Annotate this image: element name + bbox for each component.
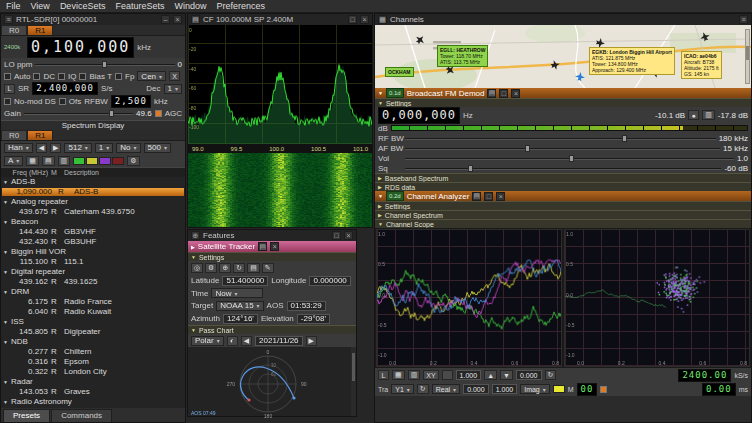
- scope-xy-display[interactable]: 1.00.50.0-0.5-1.0 0.00.20.40.60.8: [564, 229, 750, 367]
- close-icon[interactable]: ×: [173, 15, 182, 24]
- preset-row[interactable]: 432.430RGB3UHF: [1, 237, 185, 247]
- close-icon[interactable]: ×: [511, 89, 520, 98]
- menu-item-devicesets[interactable]: DeviceSets: [60, 1, 106, 11]
- rfbw-slider[interactable]: [405, 134, 716, 143]
- preset-group-row[interactable]: ▼Radar: [1, 377, 185, 387]
- lock-button[interactable]: L: [4, 84, 15, 94]
- preset-group-row[interactable]: ▼NDB: [1, 337, 185, 347]
- waterfall-plot[interactable]: [188, 153, 372, 227]
- tab-r0[interactable]: R0: [1, 25, 27, 35]
- rollup-arrow-icon[interactable]: ▶: [191, 244, 195, 250]
- vor-label-ockham[interactable]: OCKHAM: [385, 67, 414, 77]
- channels-menu-icon[interactable]: ≡: [739, 15, 748, 24]
- preset-row[interactable]: 6.040RRadio Kuwait: [1, 307, 185, 317]
- grid-icon[interactable]: ▦: [26, 156, 39, 166]
- audio-mute-icon[interactable]: ●: [688, 110, 699, 120]
- spectrum-settings-icon[interactable]: ⚙: [127, 156, 139, 166]
- xy-mode-button[interactable]: XY: [423, 370, 438, 380]
- baseband-spectrum-header[interactable]: ▶Baseband Spectrum: [375, 173, 751, 182]
- map-zoom-slider[interactable]: [745, 29, 750, 84]
- spectrum-tab-r1[interactable]: R1: [27, 130, 53, 140]
- tab-commands[interactable]: Commands: [51, 409, 112, 422]
- refresh-rate-select[interactable]: 500▾: [144, 143, 171, 153]
- preset-group-row[interactable]: ▼ISS: [1, 317, 185, 327]
- preset-group-row[interactable]: ▼Radio Astronomy: [1, 397, 185, 407]
- offset-field[interactable]: 1.000: [492, 384, 518, 394]
- preset-group-row[interactable]: ▼Digital repeater: [1, 267, 185, 277]
- maximize-icon[interactable]: □: [484, 192, 493, 201]
- preset-row[interactable]: 439.675RCaterham 439.6750: [1, 207, 185, 217]
- time-div-field[interactable]: 1.000: [456, 370, 482, 380]
- channel-frequency-display[interactable]: 0,000,000: [378, 107, 460, 124]
- preset-row[interactable]: 0.322RLondon City: [1, 367, 185, 377]
- trace-color-swatch[interactable]: [553, 385, 565, 393]
- fp-checkbox[interactable]: [115, 73, 122, 80]
- autotrack-icon[interactable]: ◎: [191, 263, 203, 273]
- refresh-icon[interactable]: ↻: [417, 384, 429, 394]
- dec-select[interactable]: 1▾: [164, 84, 182, 94]
- fft-left-button[interactable]: ◀: [36, 143, 47, 153]
- transverter-button[interactable]: X: [169, 71, 180, 81]
- scope-trace-display[interactable]: 1.00.50.0-0.5-1.0 0.00.20.40.60.8: [376, 229, 562, 367]
- color-swatch[interactable]: [73, 157, 85, 165]
- features-scrollbar[interactable]: [351, 347, 356, 416]
- averaging-select[interactable]: 1▾: [95, 143, 113, 153]
- lo-ppm-slider[interactable]: [35, 60, 174, 69]
- close-icon[interactable]: ×: [270, 242, 279, 251]
- fft-right-button[interactable]: ▶: [50, 143, 61, 153]
- pass-chart-header[interactable]: ▼Pass Chart: [188, 325, 356, 334]
- channel-scope-header[interactable]: ▼Channel Scope: [375, 219, 751, 228]
- nomod-checkbox[interactable]: [4, 98, 11, 105]
- snap-icon[interactable]: ▥: [702, 110, 715, 120]
- preset-row[interactable]: 115.100R115.1: [1, 257, 185, 267]
- detach-icon[interactable]: ▤: [487, 89, 496, 98]
- spectrum-tab-r0[interactable]: R0: [1, 130, 27, 140]
- adsb-map[interactable]: EGLL: HEATHROW Tower: 118.70 MHzATIS: 11…: [375, 25, 751, 88]
- preset-row[interactable]: 0.316REpsom: [1, 357, 185, 367]
- airport-info-egkb[interactable]: EGKB: London Biggin Hill Airport ATIS: 1…: [589, 47, 675, 75]
- add-satellite-icon[interactable]: ⊕: [219, 263, 231, 273]
- fft-size-select[interactable]: 512▾: [64, 143, 91, 153]
- dark-mode-icon[interactable]: ◐: [227, 336, 238, 346]
- analyzer-settings-header[interactable]: ▶Settings: [375, 201, 751, 210]
- menu-item-view[interactable]: View: [31, 1, 50, 11]
- color-swatch[interactable]: [112, 157, 124, 165]
- amp-field[interactable]: 0.000: [463, 384, 489, 394]
- polar-mode-icon[interactable]: [442, 370, 453, 380]
- satellite-list-icon[interactable]: ▤: [247, 263, 260, 273]
- center-frequency-display[interactable]: 0,100,000: [27, 37, 134, 58]
- preset-row[interactable]: 144.430RGB3VHF: [1, 227, 185, 237]
- waterfall-icon[interactable]: ▥: [58, 156, 71, 166]
- panes-icon[interactable]: ▥: [408, 370, 421, 380]
- preset-row[interactable]: 6.175RRadio France: [1, 297, 185, 307]
- settings-icon[interactable]: ⚙: [205, 263, 217, 273]
- avg-mode-select[interactable]: No▾: [116, 143, 140, 153]
- preset-group-row[interactable]: ▼Biggin Hill VOR: [1, 247, 185, 257]
- sq-slider[interactable]: [405, 164, 721, 173]
- trace-select[interactable]: Y1▾: [391, 384, 414, 394]
- detach-icon[interactable]: ▤: [472, 192, 481, 201]
- window-fn-select[interactable]: Han▾: [4, 143, 33, 153]
- maximize-icon[interactable]: □: [332, 231, 341, 240]
- close-icon[interactable]: ×: [496, 192, 505, 201]
- down-icon[interactable]: ▼: [500, 370, 513, 380]
- longitude-field[interactable]: 0.000000: [309, 276, 350, 286]
- afbw-slider[interactable]: [405, 144, 720, 153]
- grid-icon[interactable]: ▦: [392, 370, 405, 380]
- preset-row[interactable]: 143.053RGraves: [1, 387, 185, 397]
- menu-item-featuresets[interactable]: FeatureSets: [115, 1, 164, 11]
- time-select[interactable]: Now▾: [211, 288, 263, 298]
- menu-item-window[interactable]: Window: [174, 1, 206, 11]
- preset-row[interactable]: 145.805RDigipeater: [1, 327, 185, 337]
- features-window-icon[interactable]: ⊕: [191, 231, 200, 240]
- biast-checkbox[interactable]: [79, 73, 86, 80]
- maximize-icon[interactable]: □: [348, 15, 357, 24]
- preset-group-row[interactable]: ▼ADS-B: [1, 177, 185, 187]
- prev-pass-button[interactable]: ◀: [241, 336, 252, 346]
- projection-select[interactable]: Real▾: [432, 384, 460, 394]
- aircraft-info-box[interactable]: ICAO: ae04b6 Aircraft: B738Altitude: 217…: [681, 51, 722, 79]
- gain-slider[interactable]: [24, 109, 133, 118]
- rollup-arrow-icon[interactable]: ▼: [378, 90, 383, 96]
- vol-slider[interactable]: [405, 154, 734, 163]
- up-icon[interactable]: ▲: [484, 370, 497, 380]
